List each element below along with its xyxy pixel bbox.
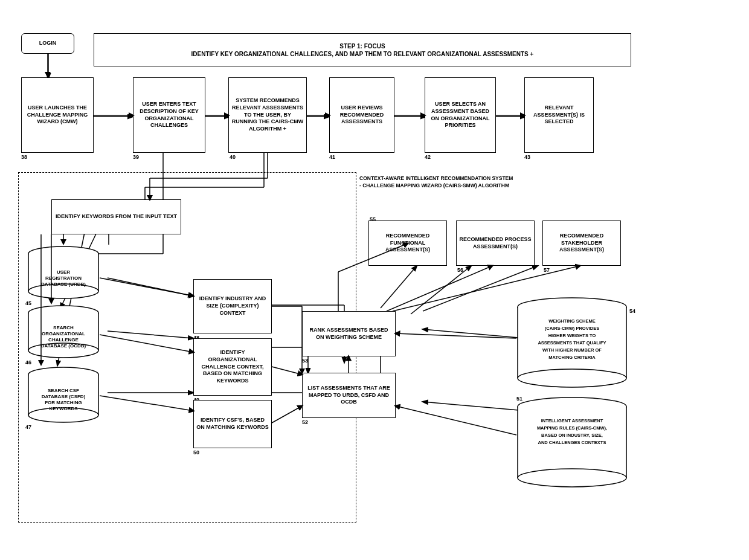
box-53: RANK ASSESSMENTS BASED ON WEIGHTING SCHE…: [302, 311, 396, 356]
svg-text:(CAIRS-CMW) PROVIDES: (CAIRS-CMW) PROVIDES: [545, 326, 599, 331]
label-39: 39: [133, 154, 139, 160]
ocdb-svg: SEARCH ORGANIZATIONAL CHALLENGE DATABASE…: [27, 304, 100, 358]
label-51: 51: [516, 396, 522, 402]
svg-text:INTELLIGENT ASSESSMENT: INTELLIGENT ASSESSMENT: [541, 418, 603, 423]
box-52: LIST ASSESSMENTS THAT ARE MAPPED TO URDB…: [302, 373, 396, 418]
label-54: 54: [629, 308, 635, 314]
label-57: 57: [544, 267, 550, 273]
box-57: RECOMMENDED STAKEHOLDER ASSESSMENT(S): [542, 220, 621, 266]
cylinder-ocdb: SEARCH ORGANIZATIONAL CHALLENGE DATABASE…: [27, 304, 100, 358]
svg-line-21: [423, 402, 526, 411]
label-47: 47: [25, 424, 31, 430]
svg-text:DATABASE (URDB): DATABASE (URDB): [41, 282, 86, 287]
svg-line-24: [411, 266, 471, 314]
svg-text:CHALLENGE: CHALLENGE: [48, 337, 79, 343]
box-50: IDENTIFY CSF'S, BASED ON MATCHING KEYWOR…: [193, 400, 272, 448]
svg-point-59: [518, 369, 626, 387]
svg-line-100: [396, 406, 516, 435]
box-48: IDENTIFY INDUSTRY AND SIZE (COMPLEXITY) …: [193, 279, 272, 333]
label-50: 50: [193, 449, 199, 455]
svg-point-70: [518, 469, 626, 487]
label-55: 55: [370, 216, 376, 222]
svg-text:MATCHING CRITERIA: MATCHING CRITERIA: [548, 355, 596, 360]
svg-text:KEYWORDS: KEYWORDS: [49, 406, 78, 411]
svg-text:DATABASE (CSFD): DATABASE (CSFD): [42, 394, 86, 399]
box-39: USER ENTERS TEXT DESCRIPTION OF KEY ORGA…: [133, 77, 205, 153]
svg-line-97: [387, 266, 492, 311]
label-38: 38: [21, 154, 27, 160]
svg-text:USER: USER: [57, 269, 70, 275]
svg-text:WITH HIGHER NUMBER OF: WITH HIGHER NUMBER OF: [542, 347, 602, 353]
diagram: LOGIN STEP 1: FOCUS IDENTIFY KEY ORGANIZ…: [0, 0, 749, 560]
box-49: IDENTIFY ORGANIZATIONAL CHALLENGE CONTEX…: [193, 338, 272, 396]
weighting-svg: WEIGHTING SCHEME (CAIRS-CMW) PROVIDES HI…: [516, 296, 628, 390]
box-44: IDENTIFY KEYWORDS FROM THE INPUT TEXT: [51, 199, 181, 234]
label-42: 42: [425, 154, 431, 160]
label-41: 41: [329, 154, 335, 160]
cylinder-mapping: INTELLIGENT ASSESSMENT MAPPING RULES (CA…: [516, 396, 628, 489]
svg-text:HIGHER WEIGHTS TO: HIGHER WEIGHTS TO: [548, 333, 596, 338]
svg-text:BASED ON INDUSTRY, SIZE,: BASED ON INDUSTRY, SIZE,: [541, 433, 603, 438]
urdb-svg: USER REGISTRATION DATABASE (URDB): [27, 245, 100, 299]
box-55: RECOMMENDED FUNCTIONAL ASSESSMENT(S): [368, 220, 447, 266]
svg-text:ORGANIZATIONAL: ORGANIZATIONAL: [42, 331, 85, 336]
svg-text:MAPPING RULES (CAIRS-CMW),: MAPPING RULES (CAIRS-CMW),: [537, 425, 607, 431]
svg-text:WEIGHTING SCHEME: WEIGHTING SCHEME: [548, 318, 596, 324]
box-38: USER LAUNCHES THE CHALLENGE MAPPING WIZA…: [21, 77, 94, 153]
csfd-svg: SEARCH CSF DATABASE (CSFD) FOR MATCHING …: [27, 365, 100, 423]
label-52: 52: [302, 419, 308, 425]
label-46: 46: [25, 359, 31, 365]
svg-text:SEARCH CSF: SEARCH CSF: [48, 388, 79, 393]
step1-box: STEP 1: FOCUS IDENTIFY KEY ORGANIZATIONA…: [94, 33, 631, 66]
box-42: USER SELECTS AN ASSESSMENT BASED ON ORGA…: [425, 77, 496, 153]
label-40: 40: [230, 154, 236, 160]
svg-text:FOR MATCHING: FOR MATCHING: [45, 400, 82, 405]
label-53: 53: [302, 358, 308, 364]
svg-text:ASSESSMENTS THAT QUALIFY: ASSESSMENTS THAT QUALIFY: [538, 340, 606, 346]
cylinder-weighting: WEIGHTING SCHEME (CAIRS-CMW) PROVIDES HI…: [516, 296, 628, 390]
label-43: 43: [524, 154, 530, 160]
cylinder-urdb: USER REGISTRATION DATABASE (URDB): [27, 245, 100, 299]
mapping-svg: INTELLIGENT ASSESSMENT MAPPING RULES (CA…: [516, 396, 628, 489]
box-56: RECOMMENDED PROCESS ASSESSMENT(S): [456, 220, 535, 266]
box-41: USER REVIEWS RECOMMENDED ASSESSMENTS: [329, 77, 394, 153]
box-40: SYSTEM RECOMMENDS RELEVANT ASSESSMENTS T…: [228, 77, 307, 153]
login-box: LOGIN: [21, 33, 74, 54]
svg-text:DATABASE (OCDB): DATABASE (OCDB): [41, 343, 86, 349]
svg-text:SEARCH: SEARCH: [53, 325, 74, 330]
box-43: RELEVANT ASSESSMENT(S) IS SELECTED: [524, 77, 594, 153]
svg-text:REGISTRATION: REGISTRATION: [45, 275, 82, 281]
svg-line-22: [423, 329, 526, 338]
svg-line-23: [381, 266, 417, 308]
svg-line-99: [396, 333, 516, 338]
region-label: CONTEXT-AWARE INTELLIGENT RECOMMENDATION…: [359, 175, 589, 190]
label-56: 56: [457, 267, 463, 273]
cylinder-csfd: SEARCH CSF DATABASE (CSFD) FOR MATCHING …: [27, 365, 100, 423]
svg-text:AND CHALLENGES CONTEXTS: AND CHALLENGES CONTEXTS: [538, 440, 606, 445]
